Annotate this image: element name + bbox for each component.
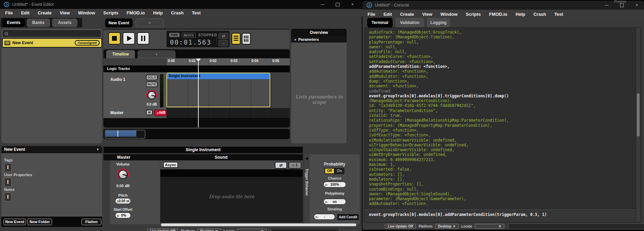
audio-drop-zone[interactable]: Drop audio file here (160, 177, 303, 223)
pause-button[interactable] (137, 32, 149, 45)
live-update-button[interactable]: Live Update Off (147, 229, 178, 231)
loop-playback-button[interactable]: ⇄ (219, 33, 228, 39)
stop-button[interactable] (108, 32, 121, 45)
master-mute-button[interactable]: M (146, 110, 153, 115)
status-input[interactable] (271, 228, 339, 231)
timeline-ruler[interactable]: 0:000:010:020:030:040:05 (166, 58, 290, 65)
menu-item-create[interactable]: Create (396, 11, 418, 17)
solo-button[interactable]: SOLO (146, 75, 158, 80)
parameters-section-header[interactable]: ▼Parameters (291, 36, 347, 42)
play-count-button[interactable]: ▷ 1 (288, 162, 301, 169)
tab-assets[interactable]: Assets (52, 19, 77, 27)
stealing-dropdown[interactable]: ▷- (314, 214, 335, 220)
collapse-left-icon[interactable] (305, 157, 308, 160)
audio1-lane[interactable]: Single Instrument (166, 72, 290, 108)
follow-playhead-button[interactable]: → (219, 40, 228, 46)
collapse-down-icon[interactable]: ▼ (294, 38, 297, 41)
menu-item-crash[interactable]: Crash (167, 10, 187, 16)
probability-off-toggle[interactable]: Off (324, 168, 335, 174)
close-button[interactable]: × (632, 2, 642, 8)
menu-item-file[interactable]: File (364, 11, 379, 17)
tab-validation[interactable]: Validation (395, 18, 424, 27)
menu-item-fmod.io[interactable]: FMOD.io (485, 11, 511, 17)
close-button[interactable]: × (347, 1, 358, 8)
menu-item-file[interactable]: File (1, 10, 16, 16)
trigger-behavior-drawer[interactable]: Trigger Behavior (304, 154, 310, 224)
tracks-view-button[interactable] (232, 33, 240, 45)
mute-button[interactable]: MUTE (146, 82, 158, 87)
menu-item-window[interactable]: Window (74, 10, 99, 16)
single-instrument-clip[interactable]: Single Instrument (166, 73, 270, 107)
menu-item-edit[interactable]: Edit (380, 11, 396, 17)
sound-loop-button[interactable]: ⇄ (275, 162, 287, 169)
polyphony-spinner[interactable]: ▷oo (323, 199, 346, 205)
new-event-button[interactable]: New Event (3, 219, 26, 225)
background-window-peek[interactable]: Progres (614, 0, 626, 3)
modules-view-button[interactable] (242, 33, 251, 45)
event-list-item[interactable]: New Event #unassigned (2, 38, 102, 48)
live-update-button[interactable]: Live Update Off (385, 224, 416, 229)
menu-item-scripts[interactable]: Scripts (462, 11, 485, 17)
menu-item-test[interactable]: Test (550, 11, 567, 17)
volume-knob[interactable] (116, 167, 130, 182)
status-input[interactable] (508, 223, 644, 229)
flatten-button[interactable]: Flatten (82, 219, 101, 225)
terminal-panel[interactable]: audioTrack: (ManagedObject:GroupTrack),p… (364, 27, 641, 223)
menu-item-view[interactable]: View (56, 10, 73, 16)
time-mode-toggle[interactable]: TIME (169, 33, 179, 37)
text-edit-icon[interactable]: I (4, 193, 12, 202)
offset-spinner[interactable]: ▷0% (115, 212, 131, 218)
console-titlebar[interactable]: Untitled* - Console × (362, 1, 644, 10)
master-lane[interactable] (166, 108, 290, 118)
new-folder-button[interactable]: New Folder (27, 219, 52, 225)
search-input[interactable] (3, 30, 101, 37)
add-condition-button[interactable]: Add Condit (337, 214, 359, 220)
menu-item-help[interactable]: Help (149, 10, 166, 16)
chance-dropdown[interactable]: ▷100% (323, 182, 346, 187)
menu-item-crash[interactable]: Crash (530, 11, 550, 17)
tab-timeline[interactable]: Timeline (106, 50, 135, 58)
collapse-down-icon[interactable]: ▼ (96, 146, 99, 153)
platform-dropdown[interactable]: Desktop ▼ (197, 229, 221, 231)
tab-add-sheet[interactable]: + (138, 50, 175, 58)
tab-logging[interactable]: Logging (427, 18, 450, 27)
async-button[interactable]: Async (163, 162, 178, 168)
tab-add-editor[interactable]: + (136, 19, 164, 27)
probability-on-toggle[interactable]: On (335, 168, 344, 174)
platform-dropdown[interactable]: Desktop ▼ (435, 224, 458, 229)
menu-item-window[interactable]: Window (437, 11, 461, 17)
tab-new-event[interactable]: New Event (105, 19, 133, 27)
playhead-marker[interactable] (196, 59, 201, 62)
terminal-scrollbar[interactable] (636, 28, 640, 221)
tab-banks[interactable]: Banks (27, 19, 50, 27)
maximize-button[interactable] (617, 2, 627, 8)
tab-events[interactable]: Events (3, 19, 25, 27)
text-edit-icon[interactable]: I (4, 163, 12, 172)
menu-item-view[interactable]: View (418, 11, 436, 17)
master-track-header[interactable]: Master M ▷0dB (103, 108, 166, 118)
menu-item-scripts[interactable]: Scripts (100, 10, 122, 16)
minimize-button[interactable] (602, 2, 612, 8)
timeline-minimap[interactable] (103, 129, 290, 139)
event-editor-titlebar[interactable]: Untitled* - Event Editor × (0, 0, 362, 9)
play-button[interactable] (123, 32, 135, 45)
audio1-track-header[interactable]: Audio 1 SOLO MUTE 0.0 dB (103, 72, 166, 108)
tab-terminal[interactable]: Terminal (367, 18, 393, 27)
beats-mode-toggle[interactable]: BEATS (182, 33, 196, 38)
menu-item-test[interactable]: Test (188, 10, 205, 16)
scrollbar-thumb[interactable] (637, 93, 640, 136)
locale-dropdown[interactable]: ▼ (237, 229, 267, 231)
minimap-view-window[interactable] (105, 130, 145, 138)
pitch-spinner[interactable]: ▷0.00 st (115, 198, 131, 204)
menu-item-fmod.io[interactable]: FMOD.io (123, 10, 149, 16)
minimize-button[interactable] (317, 1, 327, 8)
maximize-button[interactable] (332, 1, 343, 8)
menu-item-help[interactable]: Help (512, 11, 529, 17)
terminal-output[interactable]: audioTrack: (ManagedObject:GroupTrack),p… (369, 30, 636, 206)
deck-hscrollbar[interactable] (161, 223, 356, 226)
locale-dropdown[interactable]: ▼ (475, 224, 504, 229)
audio1-volume-knob[interactable] (145, 89, 158, 102)
terminal-input[interactable]: event.groupTracks[0].modules[0].addParam… (365, 209, 641, 223)
overview-header[interactable]: Overview (291, 29, 347, 36)
menu-item-edit[interactable]: Edit (17, 10, 33, 16)
